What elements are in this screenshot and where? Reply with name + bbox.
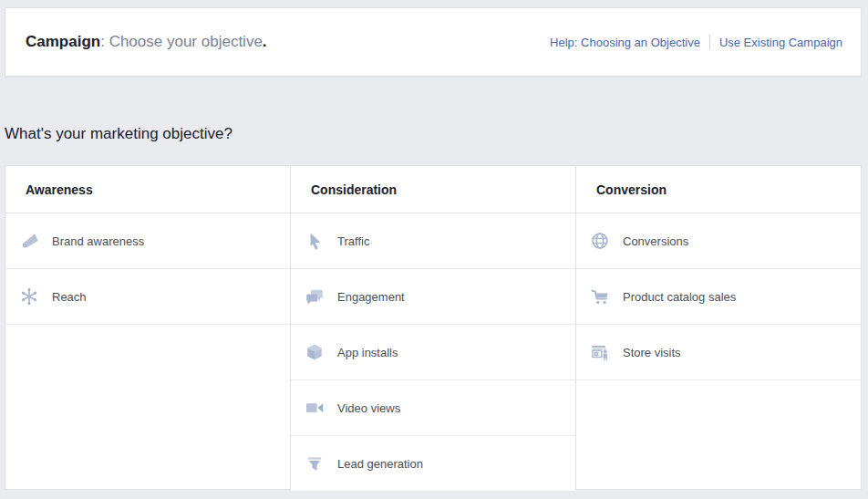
step-instruction: : Choose your objective <box>100 33 263 50</box>
cube-icon <box>304 341 326 363</box>
column-header-awareness: Awareness <box>5 166 290 213</box>
cursor-icon <box>304 230 326 252</box>
objective-label: Brand awareness <box>52 234 144 248</box>
marketing-objective-question: What's your marketing objective? <box>5 125 232 143</box>
objective-label: Engagement <box>337 290 405 304</box>
objective-store-visits[interactable]: Store visits <box>576 325 861 380</box>
campaign-header-bar: Campaign: Choose your objective. Help: C… <box>5 7 862 77</box>
objective-column-consideration: Consideration Traffic Engagement App ins… <box>290 166 575 489</box>
objective-conversions[interactable]: Conversions <box>576 213 861 269</box>
step-label: Campaign <box>26 33 100 50</box>
objective-brand-awareness[interactable]: Brand awareness <box>5 213 290 269</box>
shopping-cart-icon <box>589 286 611 307</box>
objective-label: Conversions <box>623 234 688 248</box>
storefront-icon <box>589 341 611 363</box>
objective-label: Reach <box>52 290 87 304</box>
network-spokes-icon <box>18 286 40 307</box>
objective-app-installs[interactable]: App installs <box>291 325 575 380</box>
globe-icon <box>589 230 611 252</box>
objective-product-catalog-sales[interactable]: Product catalog sales <box>576 269 861 325</box>
link-divider <box>709 35 710 49</box>
objective-traffic[interactable]: Traffic <box>291 213 575 269</box>
objective-video-views[interactable]: Video views <box>291 380 575 436</box>
help-choosing-objective-link[interactable]: Help: Choosing an Objective <box>550 36 700 49</box>
objectives-table: Awareness Brand awareness Reach Consider… <box>5 165 862 490</box>
column-header-conversion: Conversion <box>576 166 861 213</box>
objective-label: Video views <box>337 401 400 415</box>
use-existing-campaign-link[interactable]: Use Existing Campaign <box>719 36 842 49</box>
column-header-consideration: Consideration <box>291 166 575 213</box>
header-links: Help: Choosing an Objective Use Existing… <box>550 35 842 49</box>
step-period: . <box>263 33 267 50</box>
objective-label: Store visits <box>623 346 681 359</box>
objective-lead-generation[interactable]: Lead generation <box>291 436 575 492</box>
objective-column-awareness: Awareness Brand awareness Reach <box>5 166 290 489</box>
objective-reach[interactable]: Reach <box>5 269 290 325</box>
megaphone-icon <box>18 230 40 252</box>
speech-bubbles-icon <box>304 286 326 307</box>
objective-label: App installs <box>337 346 398 359</box>
objective-engagement[interactable]: Engagement <box>291 269 575 325</box>
funnel-icon <box>304 452 326 474</box>
ads-manager-objective-screen: Campaign: Choose your objective. Help: C… <box>0 0 868 499</box>
objective-label: Traffic <box>337 234 369 248</box>
campaign-step-title: Campaign: Choose your objective. <box>26 33 267 51</box>
video-camera-icon <box>304 397 326 419</box>
objective-label: Product catalog sales <box>623 290 736 304</box>
objective-column-conversion: Conversion Conversions Product catalog s… <box>575 166 861 489</box>
objective-label: Lead generation <box>337 457 423 471</box>
